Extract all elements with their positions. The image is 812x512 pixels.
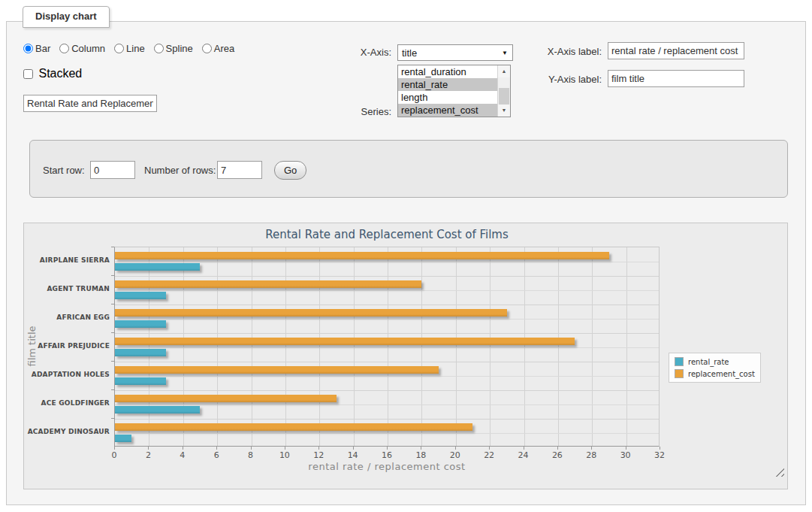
legend-label: rental_rate [688,358,729,366]
x-tick-mark [285,447,285,450]
select-dropdown-arrow-icon: ▼ [502,50,508,56]
series-multiselect[interactable]: rental_durationrental_ratelengthreplacem… [397,65,511,117]
x-tick-mark [216,447,217,450]
bar-rental_rate [115,406,200,414]
x-tick-label: 22 [478,450,500,460]
bar-rental_rate [115,435,131,442]
gridline-horizontal-mid [115,319,659,320]
x-tick-mark [557,447,558,450]
gridline-horizontal-mid [115,376,659,377]
chart-title-input[interactable] [23,95,157,112]
number-of-rows-input[interactable] [217,161,262,179]
x-tick-label: 2 [137,450,159,460]
x-tick-label: 20 [444,450,466,460]
chart-y-axis-title: film title [26,301,38,392]
category-label: AGENT TRUMAN [26,285,110,292]
gridline-vertical [421,247,422,446]
start-row-label: Start row: [43,165,85,176]
x-tick-label: 18 [409,450,432,460]
display-chart-tab[interactable]: Display chart [23,6,110,28]
category-label: AIRPLANE SIERRA [26,256,110,264]
x-tick-mark [387,447,388,450]
x-tick-label: 32 [648,450,671,460]
x-axis-selected-value: title [402,47,417,59]
x-tick-mark [660,447,660,450]
start-row-input[interactable] [90,161,135,179]
chart-type-radio-line[interactable] [114,44,124,53]
stacked-checkbox[interactable] [23,69,33,79]
chart-x-axis-title: rental rate / replacement cost [114,461,660,472]
x-tick-label: 12 [307,450,330,460]
number-of-rows-label: Number of rows: [144,165,216,176]
gridline-horizontal [115,362,659,362]
rows-panel: Start row: Number of rows: Go [29,140,788,198]
bar-replacement_cost [115,338,575,345]
x-tick-mark [114,447,115,450]
x-tick-mark [148,447,149,450]
gridline-vertical [319,247,320,446]
chart-type-option-column[interactable]: Column [59,43,105,54]
chart-title: Rental Rate and Replacement Cost of Film… [114,228,660,241]
x-tick-label: 14 [342,450,364,460]
gridline-vertical [490,247,491,446]
gridline-vertical [285,247,286,446]
chart-type-radio-area[interactable] [202,44,212,53]
legend-label: replacement_cost [688,370,755,378]
x-tick-mark [455,447,456,450]
series-option-rental_duration[interactable]: rental_duration [398,65,497,78]
legend-swatch-replacement_cost [675,369,684,378]
go-button[interactable]: Go [274,161,306,180]
gridline-horizontal [115,390,659,391]
x-axis-select[interactable]: title ▼ [397,44,513,61]
x-tick-mark [626,447,626,450]
x-axis-select-label: X-Axis: [345,47,391,58]
x-tick-mark [183,447,183,450]
bar-replacement_cost [115,423,472,431]
chart-type-option-spline[interactable]: Spline [154,43,193,54]
x-tick-label: 24 [512,450,535,460]
bar-rental_rate [115,377,166,385]
category-label: ADAPTATION HOLES [26,371,110,378]
bar-rental_rate [115,292,166,299]
legend-item: replacement_cost [675,369,755,378]
gridline-horizontal-mid [115,347,659,348]
gridline-horizontal-mid [115,404,659,405]
display-chart-panel: BarColumnLineSplineArea Stacked X-Axis: … [6,21,806,505]
series-label: Series: [345,106,391,117]
series-option-length[interactable]: length [398,91,497,104]
chart-type-option-area[interactable]: Area [202,43,234,54]
gridline-vertical [592,247,593,446]
chart-resize-handle-icon[interactable] [775,468,784,477]
scrollbar-up-arrow-icon[interactable]: ▲ [498,65,510,77]
x-axis-label-input[interactable] [608,42,744,59]
x-tick-mark [318,447,319,450]
gridline-vertical [149,247,149,446]
chart-type-option-line[interactable]: Line [114,43,145,54]
series-list-scrollbar[interactable]: ▲ ▼ [497,65,510,117]
chart-type-radio-bar[interactable] [23,44,33,53]
x-tick-label: 8 [240,450,262,460]
series-options: rental_durationrental_ratelengthreplacem… [398,65,497,117]
x-tick-label: 0 [103,450,125,460]
bar-rental_rate [115,349,166,356]
gridline-horizontal [115,419,659,420]
gridline-vertical [456,247,457,446]
stacked-checkbox-row: Stacked [23,67,82,80]
x-tick-mark [489,447,490,450]
y-axis-label-input[interactable] [608,70,744,87]
bar-replacement_cost [115,395,337,402]
x-axis-label-caption: X-Axis label: [542,46,602,57]
gridline-vertical [558,247,559,446]
series-option-replacement_cost[interactable]: replacement_cost [398,104,497,117]
chart-type-radio-column[interactable] [59,44,69,53]
bar-replacement_cost [115,280,421,288]
category-label: ACADEMY DINOSAUR [26,428,110,435]
stacked-label-text: Stacked [38,67,82,80]
scrollbar-thumb[interactable] [499,88,509,105]
x-tick-mark [251,447,252,450]
chart-type-radio-spline[interactable] [154,44,164,53]
series-option-rental_rate[interactable]: rental_rate [398,78,497,91]
gridline-horizontal-mid [115,433,659,434]
scrollbar-down-arrow-icon[interactable]: ▼ [498,105,510,117]
chart-type-option-bar[interactable]: Bar [23,43,50,54]
